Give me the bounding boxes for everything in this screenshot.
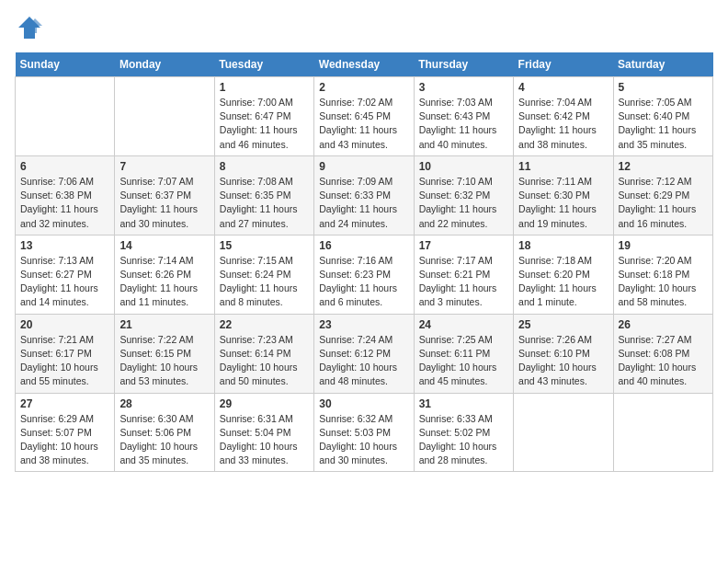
cell-sun-info: Sunrise: 6:29 AMSunset: 5:07 PMDaylight:…	[20, 412, 109, 468]
cell-sun-info: Sunrise: 7:07 AMSunset: 6:37 PMDaylight:…	[119, 175, 209, 231]
svg-marker-0	[18, 17, 40, 39]
calendar-cell: 8Sunrise: 7:08 AMSunset: 6:35 PMDaylight…	[214, 155, 313, 235]
cell-sun-info: Sunrise: 6:33 AMSunset: 5:02 PMDaylight:…	[419, 412, 508, 468]
day-header-saturday: Saturday	[613, 52, 712, 77]
calendar-cell: 19Sunrise: 7:20 AMSunset: 6:18 PMDayligh…	[613, 235, 712, 314]
cell-sun-info: Sunrise: 7:05 AMSunset: 6:40 PMDaylight:…	[619, 96, 708, 152]
calendar-cell: 18Sunrise: 7:18 AMSunset: 6:20 PMDayligh…	[514, 235, 613, 314]
cell-sun-info: Sunrise: 7:08 AMSunset: 6:35 PMDaylight:…	[220, 175, 309, 231]
day-number: 14	[119, 239, 209, 252]
calendar-cell: 17Sunrise: 7:17 AMSunset: 6:21 PMDayligh…	[414, 235, 513, 314]
day-header-tuesday: Tuesday	[214, 52, 313, 77]
day-number: 2	[319, 81, 408, 94]
calendar-cell	[514, 393, 613, 472]
cell-sun-info: Sunrise: 7:10 AMSunset: 6:32 PMDaylight:…	[419, 175, 508, 231]
calendar-cell: 14Sunrise: 7:14 AMSunset: 6:26 PMDayligh…	[115, 235, 214, 314]
week-row-1: 1Sunrise: 7:00 AMSunset: 6:47 PMDaylight…	[16, 77, 713, 156]
calendar-cell: 15Sunrise: 7:15 AMSunset: 6:24 PMDayligh…	[214, 235, 313, 314]
week-row-4: 20Sunrise: 7:21 AMSunset: 6:17 PMDayligh…	[16, 314, 713, 393]
calendar-cell: 22Sunrise: 7:23 AMSunset: 6:14 PMDayligh…	[214, 314, 313, 393]
page-header	[15, 15, 713, 45]
cell-sun-info: Sunrise: 7:04 AMSunset: 6:42 PMDaylight:…	[518, 96, 608, 152]
cell-sun-info: Sunrise: 7:03 AMSunset: 6:43 PMDaylight:…	[419, 96, 508, 152]
day-number: 24	[419, 318, 508, 331]
cell-sun-info: Sunrise: 7:20 AMSunset: 6:18 PMDaylight:…	[619, 254, 708, 310]
day-number: 5	[619, 81, 708, 94]
day-number: 16	[319, 239, 408, 252]
calendar-cell: 23Sunrise: 7:24 AMSunset: 6:12 PMDayligh…	[314, 314, 414, 393]
day-number: 10	[419, 160, 508, 173]
cell-sun-info: Sunrise: 7:00 AMSunset: 6:47 PMDaylight:…	[220, 96, 309, 152]
calendar-cell: 29Sunrise: 6:31 AMSunset: 5:04 PMDayligh…	[214, 393, 313, 472]
cell-sun-info: Sunrise: 7:16 AMSunset: 6:23 PMDaylight:…	[319, 254, 408, 310]
cell-sun-info: Sunrise: 7:06 AMSunset: 6:38 PMDaylight:…	[20, 175, 109, 231]
cell-sun-info: Sunrise: 7:15 AMSunset: 6:24 PMDaylight:…	[220, 254, 309, 310]
day-number: 17	[419, 239, 508, 252]
day-number: 28	[119, 397, 209, 410]
calendar-cell: 10Sunrise: 7:10 AMSunset: 6:32 PMDayligh…	[414, 155, 513, 235]
calendar-cell: 12Sunrise: 7:12 AMSunset: 6:29 PMDayligh…	[613, 155, 712, 235]
day-number: 8	[220, 160, 309, 173]
week-row-3: 13Sunrise: 7:13 AMSunset: 6:27 PMDayligh…	[16, 235, 713, 314]
calendar-cell: 16Sunrise: 7:16 AMSunset: 6:23 PMDayligh…	[314, 235, 414, 314]
cell-sun-info: Sunrise: 7:11 AMSunset: 6:30 PMDaylight:…	[518, 175, 608, 231]
calendar-cell: 13Sunrise: 7:13 AMSunset: 6:27 PMDayligh…	[16, 235, 115, 314]
calendar-cell: 3Sunrise: 7:03 AMSunset: 6:43 PMDaylight…	[414, 77, 513, 156]
day-number: 1	[220, 81, 309, 94]
cell-sun-info: Sunrise: 7:21 AMSunset: 6:17 PMDaylight:…	[20, 333, 109, 389]
calendar-cell: 5Sunrise: 7:05 AMSunset: 6:40 PMDaylight…	[613, 77, 712, 156]
day-number: 29	[220, 397, 309, 410]
cell-sun-info: Sunrise: 7:23 AMSunset: 6:14 PMDaylight:…	[220, 333, 309, 389]
day-header-sunday: Sunday	[16, 52, 115, 77]
calendar-cell: 4Sunrise: 7:04 AMSunset: 6:42 PMDaylight…	[514, 77, 613, 156]
day-header-wednesday: Wednesday	[314, 52, 414, 77]
day-number: 20	[20, 318, 109, 331]
cell-sun-info: Sunrise: 7:25 AMSunset: 6:11 PMDaylight:…	[419, 333, 508, 389]
day-number: 30	[319, 397, 408, 410]
week-row-2: 6Sunrise: 7:06 AMSunset: 6:38 PMDaylight…	[16, 155, 713, 235]
day-number: 31	[419, 397, 508, 410]
cell-sun-info: Sunrise: 7:09 AMSunset: 6:33 PMDaylight:…	[319, 175, 408, 231]
calendar-cell: 31Sunrise: 6:33 AMSunset: 5:02 PMDayligh…	[414, 393, 513, 472]
day-number: 3	[419, 81, 508, 94]
calendar-cell: 2Sunrise: 7:02 AMSunset: 6:45 PMDaylight…	[314, 77, 414, 156]
day-number: 6	[20, 160, 109, 173]
calendar-cell: 11Sunrise: 7:11 AMSunset: 6:30 PMDayligh…	[514, 155, 613, 235]
calendar-cell: 26Sunrise: 7:27 AMSunset: 6:08 PMDayligh…	[613, 314, 712, 393]
day-number: 4	[518, 81, 608, 94]
cell-sun-info: Sunrise: 7:14 AMSunset: 6:26 PMDaylight:…	[119, 254, 209, 310]
calendar-cell: 25Sunrise: 7:26 AMSunset: 6:10 PMDayligh…	[514, 314, 613, 393]
day-number: 27	[20, 397, 109, 410]
cell-sun-info: Sunrise: 7:24 AMSunset: 6:12 PMDaylight:…	[319, 333, 408, 389]
calendar-cell: 30Sunrise: 6:32 AMSunset: 5:03 PMDayligh…	[314, 393, 414, 472]
calendar-cell	[115, 77, 214, 156]
day-number: 22	[220, 318, 309, 331]
day-number: 9	[319, 160, 408, 173]
day-number: 25	[518, 318, 608, 331]
calendar-cell: 20Sunrise: 7:21 AMSunset: 6:17 PMDayligh…	[16, 314, 115, 393]
day-header-monday: Monday	[115, 52, 214, 77]
cell-sun-info: Sunrise: 7:13 AMSunset: 6:27 PMDaylight:…	[20, 254, 109, 310]
calendar-cell: 28Sunrise: 6:30 AMSunset: 5:06 PMDayligh…	[115, 393, 214, 472]
calendar-cell: 7Sunrise: 7:07 AMSunset: 6:37 PMDaylight…	[115, 155, 214, 235]
calendar-cell: 6Sunrise: 7:06 AMSunset: 6:38 PMDaylight…	[16, 155, 115, 235]
calendar-cell	[16, 77, 115, 156]
cell-sun-info: Sunrise: 7:27 AMSunset: 6:08 PMDaylight:…	[619, 333, 708, 389]
cell-sun-info: Sunrise: 6:31 AMSunset: 5:04 PMDaylight:…	[220, 412, 309, 468]
calendar-cell: 1Sunrise: 7:00 AMSunset: 6:47 PMDaylight…	[214, 77, 313, 156]
cell-sun-info: Sunrise: 6:30 AMSunset: 5:06 PMDaylight:…	[119, 412, 209, 468]
cell-sun-info: Sunrise: 7:02 AMSunset: 6:45 PMDaylight:…	[319, 96, 408, 152]
day-header-thursday: Thursday	[414, 52, 513, 77]
day-number: 18	[518, 239, 608, 252]
calendar-cell: 27Sunrise: 6:29 AMSunset: 5:07 PMDayligh…	[16, 393, 115, 472]
day-number: 21	[119, 318, 209, 331]
day-number: 15	[220, 239, 309, 252]
day-header-friday: Friday	[514, 52, 613, 77]
calendar-cell: 24Sunrise: 7:25 AMSunset: 6:11 PMDayligh…	[414, 314, 513, 393]
calendar-cell	[613, 393, 712, 472]
day-number: 19	[619, 239, 708, 252]
day-number: 13	[20, 239, 109, 252]
cell-sun-info: Sunrise: 7:12 AMSunset: 6:29 PMDaylight:…	[619, 175, 708, 231]
cell-sun-info: Sunrise: 7:22 AMSunset: 6:15 PMDaylight:…	[119, 333, 209, 389]
cell-sun-info: Sunrise: 7:17 AMSunset: 6:21 PMDaylight:…	[419, 254, 508, 310]
